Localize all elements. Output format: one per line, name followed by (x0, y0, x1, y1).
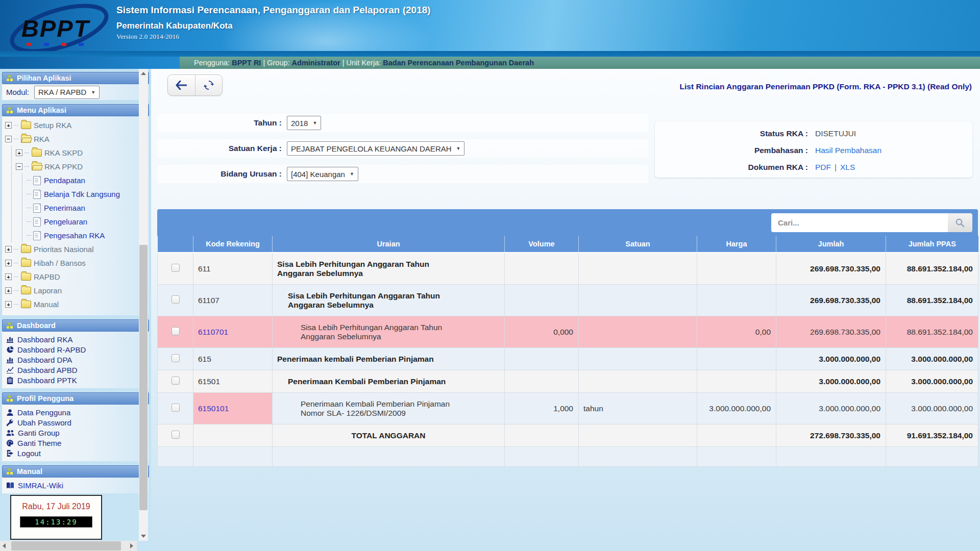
tree-label[interactable]: Manual (34, 300, 59, 309)
expand-plus-icon[interactable] (5, 122, 12, 129)
expand-plus-icon[interactable] (5, 246, 12, 253)
section-profil-pengguna: Profil Pengguna (2, 392, 149, 405)
sidebar-item-dashboard-pptk[interactable]: Dashboard PPTK (6, 375, 149, 385)
tree-label[interactable]: Prioritas Nasional (34, 245, 94, 254)
dokumen-rka-row: Dokumen RKA : PDF | XLS (655, 160, 972, 174)
section-squares-icon (7, 107, 13, 113)
sidebar-item-dashboard-dpa[interactable]: Dashboard DPA (6, 355, 149, 365)
empty-cell (886, 447, 978, 467)
tree-item-prioritas-nasional[interactable]: Prioritas Nasional (5, 242, 149, 256)
tree-item-pengeluaran[interactable]: Pengeluaran (27, 215, 149, 229)
row-checkbox[interactable] (172, 327, 180, 335)
hasil-pembahasan-link[interactable]: Hasil Pembahasan (815, 146, 881, 155)
tree-link[interactable]: Pengeluaran (44, 217, 87, 226)
sidebar-item-dashboard-rka[interactable]: Dashboard RKA (6, 334, 149, 344)
uraian-cell: Sisa Lebih Perhitungan Anggaran Tahun An… (273, 316, 505, 348)
refresh-button[interactable] (195, 75, 223, 95)
tree-link[interactable]: Pengesahan RKA (44, 231, 105, 240)
group-value: Administrator (292, 59, 340, 67)
tree-label[interactable]: Setup RKA (34, 121, 71, 130)
tree-link[interactable]: Belanja Tdk Langsung (44, 190, 120, 198)
modul-select[interactable]: RKA / RAPBD (34, 86, 100, 99)
tree-item-rka[interactable]: RKA (5, 132, 149, 146)
sidebar-item-ganti-group[interactable]: Ganti Group (6, 428, 149, 438)
filter-panel: Tahun : 2018 Satuan Kerja : PEJABAT PENG… (157, 114, 648, 190)
horizontal-scroll-thumb[interactable] (11, 541, 121, 550)
sidebar-item-simral-wiki[interactable]: SIMRAL-Wiki (6, 480, 149, 490)
tree-label[interactable]: RKA (34, 135, 50, 143)
sidebar-item-dashboard-r-apbd[interactable]: Dashboard R-APBD (6, 344, 149, 355)
tree-label[interactable]: RKA PPKD (44, 162, 83, 171)
expand-plus-icon[interactable] (5, 287, 12, 294)
tree-label[interactable]: RAPBD (34, 272, 60, 281)
kode-link[interactable]: 6150101 (198, 404, 229, 413)
scroll-up-arrow[interactable] (139, 69, 148, 78)
scroll-down-arrow[interactable] (139, 532, 148, 541)
tree-label[interactable]: Hibah / Bansos (34, 259, 86, 267)
scroll-left-arrow[interactable] (0, 541, 10, 551)
tree-item-manual[interactable]: Manual (5, 297, 149, 311)
table-row-highlighted: 6110701 Sisa Lebih Perhitungan Anggaran … (158, 316, 978, 348)
tree-item-penerimaan[interactable]: Penerimaan (27, 201, 149, 215)
xls-link[interactable]: XLS (840, 163, 855, 172)
row-checkbox[interactable] (172, 404, 180, 412)
col-volume: Volume (505, 236, 579, 253)
expand-plus-icon[interactable] (16, 149, 22, 156)
status-rka-row: Status RKA : DISETUJUI (655, 126, 972, 141)
table-toolbar (157, 209, 978, 236)
row-checkbox[interactable] (172, 431, 180, 439)
sidebar-horizontal-scrollbar[interactable] (0, 541, 137, 551)
jumlah-ppas-cell: 3.000.000.000,00 (886, 393, 978, 424)
search-button[interactable] (948, 213, 972, 232)
kode-cell (193, 424, 273, 447)
sidebar-item-ganti-theme[interactable]: Ganti Theme (6, 438, 149, 448)
tree-link[interactable]: Pendapatan (44, 176, 85, 185)
tree-item-setup-rka[interactable]: Setup RKA (5, 118, 149, 132)
collapse-minus-icon[interactable] (16, 163, 22, 170)
harga-cell (697, 370, 776, 393)
scroll-right-arrow[interactable] (127, 541, 137, 551)
logout-icon (6, 449, 14, 457)
tree-label[interactable]: Laporan (34, 286, 62, 295)
expand-plus-icon[interactable] (5, 301, 12, 308)
unit-kerja-value: Badan Perencanaan Pembangunan Daerah (383, 59, 534, 67)
palette-icon (6, 439, 14, 447)
back-arrow-icon (176, 81, 187, 90)
tree-link[interactable]: Penerimaan (44, 204, 85, 212)
sidebar-item-logout[interactable]: Logout (6, 448, 149, 458)
sidebar-vertical-scrollbar[interactable] (139, 69, 148, 541)
pdf-link[interactable]: PDF (815, 163, 831, 172)
filter-row-bidang-urusan: Bidang Urusan : [404] Keuangan (157, 165, 648, 183)
sidebar-item-dashboard-apbd[interactable]: Dashboard APBD (6, 365, 149, 375)
satuan-kerja-select[interactable]: PEJABAT PENGELOLA KEUANGAN DAERAH (287, 141, 464, 156)
sidebar-item-ubah-password[interactable]: Ubah Password (6, 417, 149, 428)
row-checkbox[interactable] (172, 295, 180, 304)
back-button[interactable] (168, 75, 195, 95)
jumlah-cell: 3.000.000.000,00 (776, 370, 886, 393)
search-input[interactable] (771, 213, 948, 232)
sidebar-item-data-pengguna[interactable]: Data Pengguna (6, 407, 149, 417)
tree-item-pengesahan-rka[interactable]: Pengesahan RKA (27, 229, 149, 242)
tree-item-rka-ppkd[interactable]: RKA PPKD (16, 160, 149, 173)
unit-kerja-label: Unit Kerja: (347, 59, 381, 67)
tree-item-hibah-bansos[interactable]: Hibah / Bansos (5, 256, 149, 270)
bar-chart-icon (6, 336, 14, 343)
tree-item-belanja-tdk-langsung[interactable]: Belanja Tdk Langsung (27, 187, 149, 201)
bidang-urusan-select[interactable]: [404] Keuangan (287, 167, 358, 181)
collapse-minus-icon[interactable] (5, 136, 12, 142)
tree-label[interactable]: RKA SKPD (44, 148, 83, 157)
tree-item-laporan[interactable]: Laporan (5, 284, 149, 297)
row-checkbox[interactable] (172, 264, 180, 272)
tree-item-rka-skpd[interactable]: RKA SKPD (16, 146, 149, 160)
expand-plus-icon[interactable] (5, 273, 12, 280)
tahun-select[interactable]: 2018 (287, 116, 321, 130)
tree-item-rapbd[interactable]: RAPBD (5, 270, 149, 284)
expand-plus-icon[interactable] (5, 260, 12, 266)
row-checkbox[interactable] (172, 354, 180, 362)
kode-link[interactable]: 6110701 (198, 328, 228, 336)
vertical-scroll-thumb[interactable] (139, 245, 148, 510)
user-info-bar: Pengguna: BPPT RI | Group: Administrator… (180, 57, 980, 69)
satuan-cell (579, 370, 697, 393)
tree-item-pendapatan[interactable]: Pendapatan (27, 173, 149, 187)
row-checkbox[interactable] (172, 377, 180, 385)
